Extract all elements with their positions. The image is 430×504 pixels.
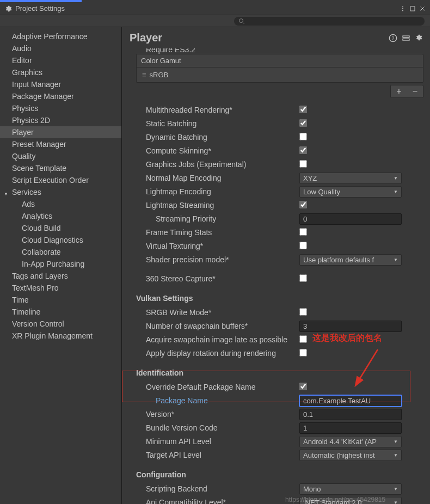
virtual_texturing-label: Virtual Texturing*	[136, 242, 299, 250]
api_compat-label: Api Compatibility Level*	[136, 498, 299, 504]
drag-handle-icon: ≡	[142, 71, 145, 79]
sidebar-item-collaborate[interactable]: Collaborate	[0, 246, 121, 258]
sidebar-item-adaptive-performance[interactable]: Adaptive Performance	[0, 30, 121, 42]
lightmap_stream-checkbox[interactable]	[299, 201, 307, 208]
color-gamut-list: Color Gamut ≡ sRGB	[136, 54, 423, 83]
shader_precision-select[interactable]: Use platform defaults f	[299, 254, 402, 266]
lightmap_enc-label: Lightmap Encoding	[136, 187, 299, 196]
override_package-checkbox[interactable]	[299, 383, 307, 390]
sidebar-item-services[interactable]: Services	[0, 186, 121, 198]
sidebar-item-physics[interactable]: Physics	[0, 102, 121, 114]
virtual_texturing-checkbox[interactable]	[299, 242, 307, 249]
apply_rotation-label: Apply display rotation during rendering	[136, 349, 299, 358]
sidebar-item-cloud-build[interactable]: Cloud Build	[0, 222, 121, 234]
normal_map-label: Normal Map Encoding	[136, 174, 299, 182]
color-gamut-label: Color Gamut	[137, 54, 423, 67]
svg-point-4	[239, 19, 243, 22]
sidebar-item-script-execution-order[interactable]: Script Execution Order	[0, 174, 121, 186]
compute_skinning-label: Compute Skinning*	[136, 146, 299, 155]
settings-icon[interactable]	[415, 34, 422, 42]
sidebar-item-timeline[interactable]: Timeline	[0, 306, 121, 318]
svg-rect-3	[410, 7, 415, 11]
version-input[interactable]: 0.1	[299, 409, 402, 420]
svg-rect-7	[403, 36, 409, 38]
config_section-header: Configuration	[136, 470, 423, 479]
stereo_capture-label: 360 Stereo Capture*	[136, 274, 299, 283]
sidebar-item-scene-template[interactable]: Scene Template	[0, 162, 121, 174]
stereo_capture-checkbox[interactable]	[299, 274, 307, 282]
sidebar-item-in-app-purchasing[interactable]: In-App Purchasing	[0, 258, 121, 270]
sidebar-item-analytics[interactable]: Analytics	[0, 210, 121, 222]
sidebar-item-xr-plugin-management[interactable]: XR Plugin Management	[0, 330, 121, 342]
swapchain_buffers-label: Number of swapchain buffers*	[136, 322, 299, 330]
graphics_jobs-checkbox[interactable]	[299, 160, 307, 168]
svg-point-0	[402, 6, 403, 7]
vulkan_section-header: Vulkan Settings	[136, 294, 423, 303]
sidebar-item-package-manager[interactable]: Package Manager	[0, 90, 121, 102]
sidebar-item-preset-manager[interactable]: Preset Manager	[0, 138, 121, 150]
sidebar-item-cloud-diagnostics[interactable]: Cloud Diagnostics	[0, 234, 121, 246]
search-input[interactable]	[234, 17, 425, 26]
multithreaded-label: Multithreaded Rendering*	[136, 106, 299, 114]
sidebar-item-audio[interactable]: Audio	[0, 42, 121, 54]
frame_timing-label: Frame Timing Stats	[136, 228, 299, 237]
target_api-select[interactable]: Automatic (highest inst	[299, 450, 402, 461]
sidebar-item-input-manager[interactable]: Input Manager	[0, 78, 121, 90]
apply_rotation-checkbox[interactable]	[299, 349, 307, 357]
presets-icon[interactable]	[402, 34, 410, 42]
normal_map-select[interactable]: XYZ	[299, 173, 402, 184]
sidebar-item-textmesh-pro[interactable]: TextMesh Pro	[0, 282, 121, 294]
sidebar-item-tags-and-layers[interactable]: Tags and Layers	[0, 270, 121, 282]
sidebar-item-quality[interactable]: Quality	[0, 150, 121, 162]
srgb_write-checkbox[interactable]	[299, 308, 307, 316]
package_name-input[interactable]: com.Example.TestAU	[299, 395, 402, 407]
window-title: Project Settings	[15, 4, 400, 13]
package_name-label: Package Name	[136, 396, 299, 405]
color-gamut-item[interactable]: ≡ sRGB	[137, 67, 423, 82]
identification_section-header: Identification	[136, 368, 423, 377]
page-title: Player	[130, 32, 389, 44]
sidebar-item-graphics[interactable]: Graphics	[0, 66, 121, 78]
static_batching-checkbox[interactable]	[299, 119, 307, 127]
graphics_jobs-label: Graphics Jobs (Experimental)	[136, 160, 299, 169]
svg-point-1	[402, 8, 403, 9]
close-icon[interactable]	[419, 5, 426, 12]
sidebar-item-time[interactable]: Time	[0, 294, 121, 306]
sidebar-item-version-control[interactable]: Version Control	[0, 318, 121, 330]
sidebar-item-physics-2d[interactable]: Physics 2D	[0, 114, 121, 126]
acquire_swapchain-checkbox[interactable]	[299, 335, 307, 343]
lightmap_enc-select[interactable]: Low Quality	[299, 186, 402, 198]
gear-icon	[4, 5, 12, 13]
streaming_priority-label: Streaming Priority	[136, 214, 299, 223]
compute_skinning-checkbox[interactable]	[299, 146, 307, 154]
maximize-icon[interactable]	[409, 5, 416, 12]
version-label: Version*	[136, 410, 299, 419]
scripting_backend-label: Scripting Backend	[136, 484, 299, 493]
svg-point-2	[402, 10, 403, 11]
help-icon[interactable]: ?	[389, 34, 397, 42]
menu-icon[interactable]	[400, 5, 406, 12]
clipped-row: Require ES3.2	[146, 48, 195, 54]
frame_timing-checkbox[interactable]	[299, 228, 307, 236]
lightmap_stream-label: Lightmap Streaming	[136, 201, 299, 210]
streaming_priority-input[interactable]: 0	[299, 213, 402, 225]
override_package-label: Override Default Package Name	[136, 383, 299, 391]
sidebar: Adaptive PerformanceAudioEditorGraphicsI…	[0, 27, 122, 504]
watermark: https://blog.csdn.net/qq_45429815	[285, 496, 385, 503]
min_api-select[interactable]: Android 4.4 'KitKat' (AP	[299, 436, 402, 447]
search-icon	[238, 18, 245, 24]
dynamic_batching-label: Dynamic Batching	[136, 133, 299, 142]
sidebar-item-editor[interactable]: Editor	[0, 54, 121, 66]
scripting_backend-select[interactable]: Mono	[299, 483, 402, 495]
add-button[interactable]: +	[391, 85, 407, 97]
svg-text:?: ?	[392, 35, 395, 41]
dynamic_batching-checkbox[interactable]	[299, 133, 307, 140]
srgb_write-label: SRGB Write Mode*	[136, 308, 299, 317]
multithreaded-checkbox[interactable]	[299, 106, 307, 113]
swapchain_buffers-input[interactable]: 3	[299, 321, 402, 332]
min_api-label: Minimum API Level	[136, 437, 299, 446]
bundle_code-input[interactable]: 1	[299, 422, 402, 434]
remove-button[interactable]: −	[407, 85, 423, 97]
sidebar-item-ads[interactable]: Ads	[0, 198, 121, 210]
sidebar-item-player[interactable]: Player	[0, 126, 121, 138]
